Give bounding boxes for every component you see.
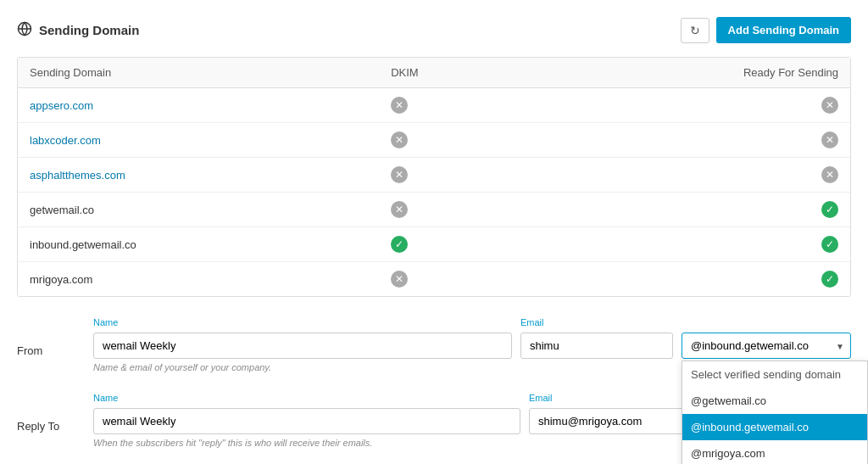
dropdown-option-inbound[interactable]: @inbound.getwemail.co (682, 414, 867, 440)
table-body: appsero.com✕✕labxcoder.com✕✕asphalttheme… (18, 88, 850, 297)
cell-ready: ✓ (521, 227, 850, 262)
from-name-label: Name (93, 317, 512, 327)
globe-icon (17, 21, 32, 39)
refresh-button[interactable]: ↻ (681, 18, 709, 43)
cell-dkim: ✓ (379, 227, 521, 262)
col-ready: Ready For Sending (521, 58, 850, 88)
table-row: inbound.getwemail.co✓✓ (18, 227, 850, 262)
from-email-input[interactable] (520, 333, 673, 359)
from-row: From Name Email Select verified sendi (17, 317, 851, 372)
domain-select-wrapper: Select verified sending domain@getwemail… (682, 333, 851, 359)
cell-ready: ✕ (521, 158, 850, 193)
col-dkim: DKIM (379, 58, 521, 88)
from-fields: Name Email Select verified sending domai… (93, 317, 851, 372)
table-row: appsero.com✕✕ (18, 88, 850, 123)
cell-dkim: ✕ (379, 193, 521, 227)
page-container: Sending Domain ↻ Add Sending Domain Send… (0, 0, 868, 464)
cell-domain: asphaltthemes.com (18, 158, 379, 193)
table-row: asphaltthemes.com✕✕ (18, 158, 850, 193)
reply-to-name-label: Name (93, 393, 520, 403)
table-row: getwemail.co✕✓ (18, 193, 850, 227)
reply-to-name-input[interactable] (93, 408, 520, 434)
cell-dkim: ✕ (379, 158, 521, 193)
table-row: labxcoder.com✕✕ (18, 123, 850, 158)
add-domain-button[interactable]: Add Sending Domain (716, 17, 851, 43)
from-email-group: Email (520, 317, 673, 359)
table-row: mrigoya.com✕✓ (18, 262, 850, 297)
cell-domain: inbound.getwemail.co (18, 227, 379, 262)
dropdown-option-getwemail[interactable]: @getwemail.co (682, 388, 867, 414)
cell-dkim: ✕ (379, 123, 521, 158)
reply-to-hint: When the subscribers hit "reply" this is… (93, 438, 372, 448)
header-actions: ↻ Add Sending Domain (681, 17, 851, 43)
cell-domain: appsero.com (18, 88, 379, 123)
cell-ready: ✕ (521, 88, 850, 123)
from-name-group: Name (93, 317, 512, 359)
from-hint: Name & email of yourself or your company… (93, 362, 271, 372)
reply-to-label: Reply To (17, 393, 93, 433)
page-title: Sending Domain (17, 21, 139, 39)
from-inputs-row: Name Email Select verified sending domai… (93, 317, 851, 359)
reply-to-name-group: Name (93, 393, 520, 434)
cell-ready: ✕ (521, 123, 850, 158)
from-email-label: Email (520, 317, 673, 327)
from-label: From (17, 317, 93, 357)
cell-dkim: ✕ (379, 262, 521, 297)
title-text: Sending Domain (39, 23, 139, 37)
domain-table-container: Sending Domain DKIM Ready For Sending ap… (17, 57, 851, 297)
cell-dkim: ✕ (379, 88, 521, 123)
domain-dropdown: Select verified sending domain @getwemai… (682, 361, 868, 464)
from-domain-group: Select verified sending domain@getwemail… (682, 333, 851, 359)
col-domain: Sending Domain (18, 58, 379, 88)
cell-ready: ✓ (521, 193, 850, 227)
dropdown-option-mrigoya[interactable]: @mrigoya.com (682, 440, 867, 464)
table-header-row: Sending Domain DKIM Ready For Sending (18, 58, 850, 88)
domain-table: Sending Domain DKIM Ready For Sending ap… (18, 58, 850, 296)
cell-domain: getwemail.co (18, 193, 379, 227)
from-name-input[interactable] (93, 333, 512, 359)
from-domain-select[interactable]: Select verified sending domain@getwemail… (682, 333, 851, 359)
page-header: Sending Domain ↻ Add Sending Domain (17, 17, 851, 43)
from-section: From Name Email Select verified sendi (17, 317, 851, 372)
cell-domain: labxcoder.com (18, 123, 379, 158)
cell-domain: mrigoya.com (18, 262, 379, 297)
dropdown-placeholder[interactable]: Select verified sending domain (682, 361, 867, 388)
cell-ready: ✓ (521, 262, 850, 297)
